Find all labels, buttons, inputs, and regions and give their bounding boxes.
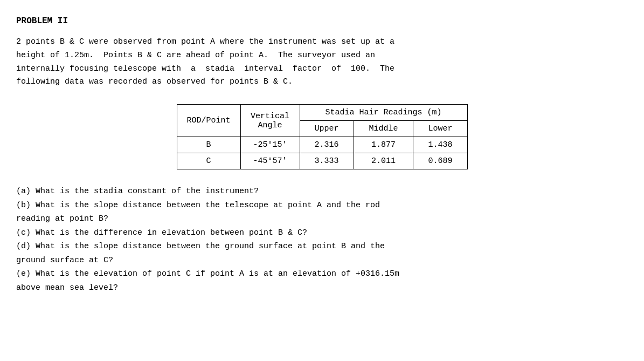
question-e: (e) What is the elevation of point C if … (16, 267, 628, 295)
row-c-middle: 2.011 (354, 153, 413, 169)
row-b-middle: 1.877 (354, 137, 413, 153)
col-lower-header: Lower (413, 121, 467, 137)
table-header-row1: ROD/Point Vertical Angle Stadia Hair Rea… (177, 105, 467, 121)
question-a: (a) What is the stadia constant of the i… (16, 185, 628, 199)
col-rod-header: ROD/Point (177, 105, 240, 137)
col-angle-header: Vertical Angle (240, 105, 300, 137)
stadia-table: ROD/Point Vertical Angle Stadia Hair Rea… (177, 104, 468, 169)
questions-section: (a) What is the stadia constant of the i… (16, 185, 628, 295)
row-b-rod: B (177, 137, 240, 153)
col-upper-header: Upper (300, 121, 354, 137)
problem-intro: 2 points B & C were observed from point … (16, 36, 628, 89)
data-table-wrapper: ROD/Point Vertical Angle Stadia Hair Rea… (16, 104, 628, 169)
table-row: C -45°57' 3.333 2.011 0.689 (177, 153, 467, 169)
question-d: (d) What is the slope distance between t… (16, 240, 628, 267)
row-b-angle: -25°15' (240, 137, 300, 153)
row-c-upper: 3.333 (300, 153, 354, 169)
problem-title: PROBLEM II (16, 16, 628, 26)
row-c-lower: 0.689 (413, 153, 467, 169)
row-b-upper: 2.316 (300, 137, 354, 153)
question-c: (c) What is the difference in elevation … (16, 226, 628, 240)
table-row: B -25°15' 2.316 1.877 1.438 (177, 137, 467, 153)
row-b-lower: 1.438 (413, 137, 467, 153)
col-middle-header: Middle (354, 121, 413, 137)
row-c-angle: -45°57' (240, 153, 300, 169)
col-stadia-main-header: Stadia Hair Readings (m) (300, 105, 467, 121)
row-c-rod: C (177, 153, 240, 169)
question-b: (b) What is the slope distance between t… (16, 199, 628, 226)
